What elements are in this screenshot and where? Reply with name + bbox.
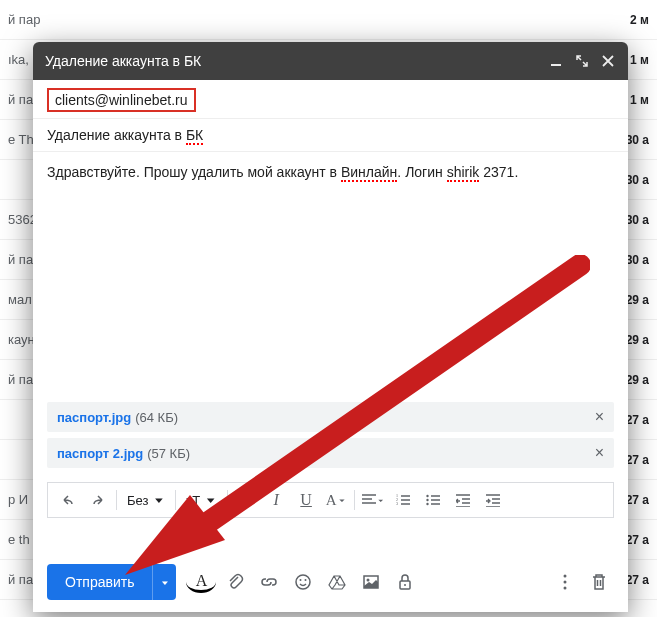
confidential-mode-icon[interactable] — [390, 567, 420, 597]
underline-icon[interactable]: U — [292, 486, 320, 514]
svg-point-16 — [564, 587, 567, 590]
drive-icon[interactable] — [322, 567, 352, 597]
undo-icon[interactable] — [54, 486, 82, 514]
attachment-name: паспорт 2.jpg — [57, 446, 143, 461]
close-icon[interactable] — [600, 53, 616, 69]
align-icon[interactable]: ▼ — [359, 486, 387, 514]
attachment-size: (57 КБ) — [147, 446, 190, 461]
more-options-icon[interactable] — [550, 567, 580, 597]
svg-point-11 — [367, 579, 370, 582]
numbered-list-icon[interactable]: 123 — [389, 486, 417, 514]
attach-file-icon[interactable] — [220, 567, 250, 597]
svg-point-8 — [300, 579, 302, 581]
outdent-icon[interactable] — [449, 486, 477, 514]
attachment-item[interactable]: паспорт 2.jpg (57 КБ) × — [47, 438, 614, 468]
remove-attachment-icon[interactable]: × — [595, 408, 604, 426]
svg-point-5 — [426, 499, 428, 501]
svg-point-15 — [564, 581, 567, 584]
to-field[interactable]: clients@winlinebet.ru — [33, 80, 628, 119]
svg-point-9 — [305, 579, 307, 581]
italic-icon[interactable]: I — [262, 486, 290, 514]
indent-icon[interactable] — [479, 486, 507, 514]
inbox-row[interactable]: й пар2 м — [0, 0, 657, 40]
attachment-item[interactable]: паспорт.jpg (64 КБ) × — [47, 402, 614, 432]
emoji-icon[interactable] — [288, 567, 318, 597]
svg-point-14 — [564, 575, 567, 578]
subject-field[interactable]: Удаление аккаунта в БК — [33, 119, 628, 152]
svg-point-4 — [426, 495, 428, 497]
svg-text:3: 3 — [396, 501, 398, 506]
remove-attachment-icon[interactable]: × — [595, 444, 604, 462]
svg-point-7 — [296, 575, 310, 589]
text-color-icon[interactable]: A▼ — [322, 486, 350, 514]
bold-icon[interactable]: B — [232, 486, 260, 514]
compose-window: Удаление аккаунта в БК clients@winlinebe… — [33, 42, 628, 612]
send-button-group: Отправить ▼ — [47, 564, 176, 600]
discard-draft-icon[interactable] — [584, 567, 614, 597]
bottom-toolbar: Отправить ▼ A — [33, 552, 628, 612]
message-body[interactable]: Здравствуйте. Прошу удалить мой аккаунт … — [33, 152, 628, 402]
insert-link-icon[interactable] — [254, 567, 284, 597]
format-toolbar: Без▼ тТ▼ B I U A▼ ▼ 123 — [47, 482, 614, 518]
svg-point-13 — [404, 584, 406, 586]
recipient-highlight: clients@winlinebet.ru — [47, 88, 196, 112]
send-button[interactable]: Отправить — [47, 564, 152, 600]
insert-image-icon[interactable] — [356, 567, 386, 597]
expand-icon[interactable] — [574, 53, 590, 69]
redo-icon[interactable] — [84, 486, 112, 514]
compose-title: Удаление аккаунта в БК — [45, 53, 538, 69]
svg-rect-0 — [551, 64, 561, 66]
attachments-area: паспорт.jpg (64 КБ) × паспорт 2.jpg (57 … — [33, 402, 628, 482]
attachment-size: (64 КБ) — [135, 410, 178, 425]
minimize-icon[interactable] — [548, 53, 564, 69]
font-family-select[interactable]: Без▼ — [121, 493, 171, 508]
attachment-name: паспорт.jpg — [57, 410, 131, 425]
text-format-icon[interactable]: A — [186, 571, 216, 593]
bullet-list-icon[interactable] — [419, 486, 447, 514]
svg-point-6 — [426, 503, 428, 505]
compose-header: Удаление аккаунта в БК — [33, 42, 628, 80]
font-size-select[interactable]: тТ▼ — [180, 493, 223, 508]
send-options-dropdown[interactable]: ▼ — [152, 564, 176, 600]
